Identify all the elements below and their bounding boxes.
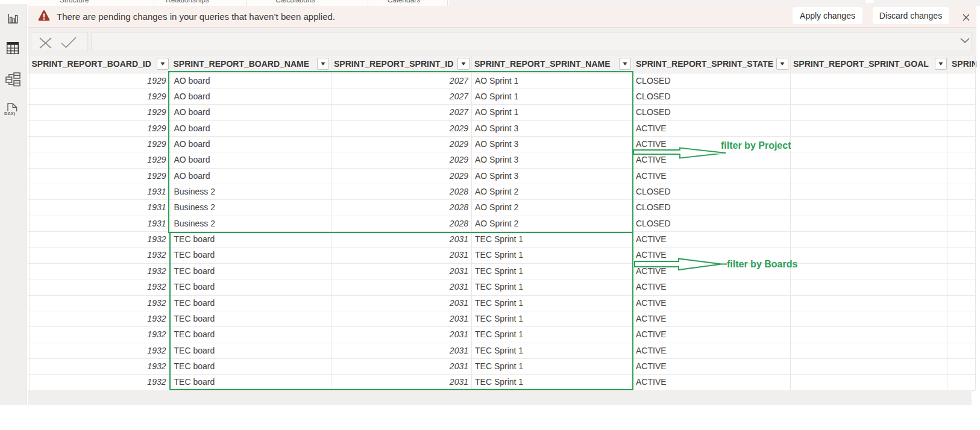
svg-text:DAX): DAX) (4, 111, 16, 116)
